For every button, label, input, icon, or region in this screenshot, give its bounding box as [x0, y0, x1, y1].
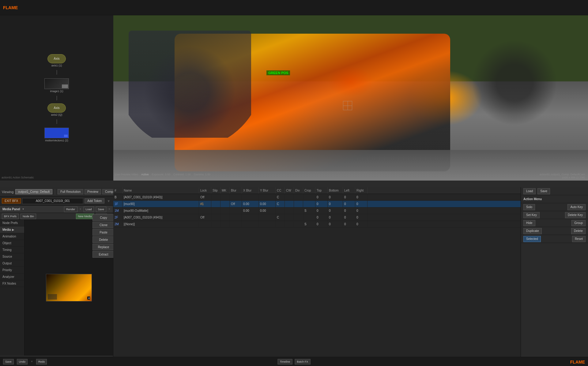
td-2f-mk: [221, 214, 230, 221]
th-lock: Lock: [199, 187, 211, 194]
node-axis1[interactable]: Axis axis1 (1): [47, 54, 66, 67]
td-b-lock: Off: [199, 194, 211, 200]
exit-bfx-btn[interactable]: EXIT BFX: [2, 198, 21, 204]
delete-key-btn[interactable]: Delete Key: [565, 212, 586, 218]
nav-fx-nodes[interactable]: FX Nodes: [0, 280, 24, 287]
nav-timing[interactable]: Timing: [0, 247, 24, 253]
clone-btn[interactable]: Clone: [92, 222, 115, 228]
td-1m-blur: [230, 207, 242, 214]
nav-media[interactable]: Media ▶: [0, 226, 24, 233]
layer-row-1m[interactable]: 1M [mux90-OutMatte] 0.00 0.00 S 0 0 0 0: [113, 207, 521, 214]
nav-object[interactable]: Object: [0, 240, 24, 247]
paste-btn[interactable]: Paste: [92, 229, 115, 236]
td-2f-lock: Off: [199, 214, 211, 221]
new-media-btn[interactable]: New Media: [76, 214, 94, 219]
load-btn[interactable]: Load: [84, 207, 94, 212]
th-mk: MK: [221, 187, 230, 194]
clip-id-input[interactable]: [22, 198, 83, 204]
green-pos-label: GREEN POS: [266, 70, 290, 75]
td-1m-top: 0: [315, 207, 328, 214]
action-menu-row: Action Menu: [521, 195, 588, 203]
schematic-label: action91 Action Schematic: [2, 176, 34, 179]
full-resolution-btn[interactable]: Full Resolution: [58, 189, 83, 194]
reset-right-btn[interactable]: Reset: [572, 236, 586, 242]
td-1f-yblur: 0.00: [259, 201, 276, 207]
td-1f-slip: [211, 201, 221, 207]
td-1f-left: 0: [343, 201, 355, 207]
viewing-output-btn[interactable]: output1_Comp: Default: [15, 189, 52, 194]
save-media-btn[interactable]: Save: [537, 188, 550, 194]
td-1m-cc: [276, 207, 285, 214]
selected-btn[interactable]: Selected: [523, 236, 541, 242]
td-2m-bottom: 0: [328, 221, 343, 227]
td-2f-id: 2F: [113, 214, 123, 221]
axis1-node[interactable]: Axis: [47, 54, 66, 63]
td-1m-lock: [199, 207, 211, 214]
batch-fx-btn[interactable]: Batch FX: [295, 359, 310, 364]
group-btn[interactable]: Group: [571, 220, 586, 226]
nav-priority[interactable]: Priority: [0, 267, 24, 274]
redo-btn[interactable]: Redo: [36, 359, 47, 364]
node-motion1[interactable]: motionVectors1 (2): [44, 127, 69, 142]
delete-right-btn[interactable]: Delete: [571, 228, 586, 234]
delete-btn[interactable]: Delete: [92, 236, 115, 243]
td-2f-slip: [211, 214, 221, 221]
td-2f-xblur: [242, 214, 259, 221]
save-status-btn[interactable]: Save: [3, 359, 14, 364]
td-2f-left: 0: [343, 214, 355, 221]
solo-btn[interactable]: Solo: [523, 204, 535, 210]
td-2m-blur: [230, 221, 242, 227]
render-btn[interactable]: Render: [64, 207, 77, 212]
td-1f-xblur: 0.00: [242, 201, 259, 207]
td-2m-id: 2M: [113, 221, 123, 227]
solo-autokey-row: Solo Auto Key: [521, 203, 588, 211]
nav-node-prefs[interactable]: Node Prefs: [0, 220, 24, 226]
layer-row-b[interactable]: B [A007_C001_01010I (4943)] Off C 0 0 0 …: [113, 194, 521, 201]
td-1m-id: 1M: [113, 207, 123, 214]
td-b-top: 0: [315, 194, 328, 200]
nav-output[interactable]: Output: [0, 260, 24, 267]
nav-animation[interactable]: Animation: [0, 233, 24, 240]
auto-key-btn[interactable]: Auto Key: [567, 204, 586, 210]
node-image1[interactable]: image1 (1): [44, 78, 69, 93]
hide-btn[interactable]: Hide: [523, 220, 535, 226]
duplicate-btn[interactable]: Duplicate: [523, 228, 542, 234]
axis2-node[interactable]: Axis: [47, 103, 66, 113]
crosshair: [343, 101, 352, 110]
motion-preview: [44, 128, 69, 138]
layer-row-2f[interactable]: 2F [A007_C001_01010I (4943)] Off C 0 0 0…: [113, 214, 521, 221]
node-axis2[interactable]: Axis axis2 (Q): [47, 103, 66, 116]
preview-btn[interactable]: Preview: [85, 189, 101, 194]
media-panel-header: Media Panel ▼ Render ▼ Load Save ▼: [0, 206, 113, 213]
node-bin-btn[interactable]: Node Bin: [21, 214, 36, 219]
td-b-slip: [211, 194, 221, 200]
set-key-btn[interactable]: Set Key: [523, 212, 540, 218]
layer-row-1f[interactable]: 1F [mux90] #1 Off 0.00 0.00 C 0 0 0 0: [113, 201, 521, 207]
load-media-btn[interactable]: Load: [523, 188, 536, 194]
sep1: [55, 189, 55, 195]
nav-source[interactable]: Source: [0, 253, 24, 260]
th-cw: CW: [285, 187, 294, 194]
th-blur: Blur: [230, 187, 242, 194]
media-panel-arrow[interactable]: ▼: [22, 208, 24, 211]
bfx-prefs-btn[interactable]: BFX Prefs: [2, 214, 19, 219]
connector1: [57, 70, 57, 75]
layer-row-2m[interactable]: 2M [(None)] S 0 0 0 0: [113, 221, 521, 228]
save-btn[interactable]: Save: [96, 207, 107, 212]
td-2f-div: [294, 214, 303, 221]
td-b-yblur: [259, 194, 276, 200]
th-crop: Crop: [303, 187, 315, 194]
load-save-row: Load Save: [521, 187, 588, 195]
add-token-btn[interactable]: Add Token: [85, 198, 104, 204]
copy-btn[interactable]: Copy: [92, 214, 115, 221]
timeline-btn[interactable]: Timeline: [278, 359, 292, 364]
td-2m-yblur: [259, 221, 276, 227]
key-row: Set Key Delete Key: [521, 211, 588, 219]
viewer-image: GREEN POS: [113, 15, 588, 181]
replace-btn[interactable]: Replace: [92, 244, 115, 250]
nav-analyzer[interactable]: Analyzer: [0, 274, 24, 280]
undo-btn[interactable]: Undo: [17, 359, 28, 364]
th-cc: CC: [276, 187, 285, 194]
app-logo: FLAME: [3, 5, 18, 10]
extract-btn[interactable]: Extract: [92, 251, 115, 258]
